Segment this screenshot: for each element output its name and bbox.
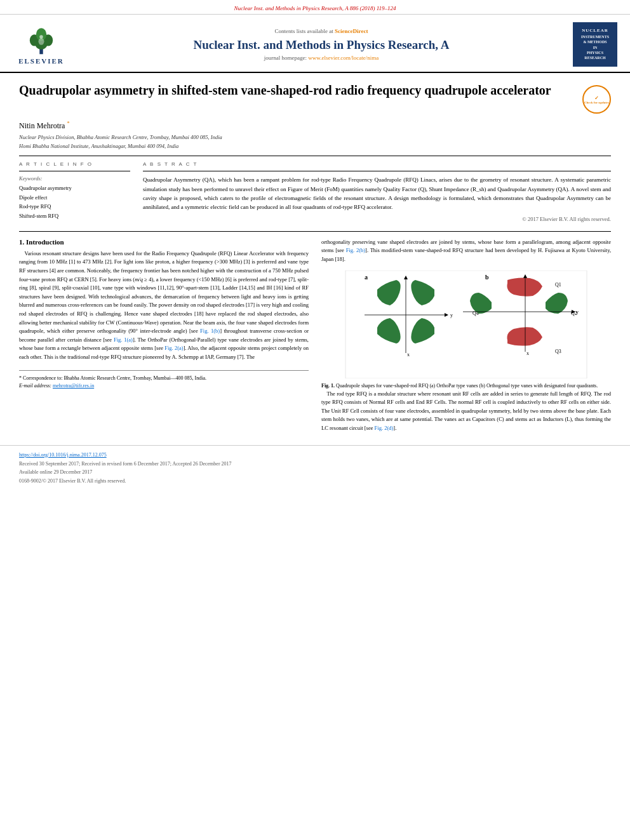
- right-para-1: orthogonality preserving vane shaped ele…: [321, 238, 611, 264]
- journal-citation: Nuclear Inst. and Methods in Physics Res…: [234, 5, 396, 11]
- svg-point-6: [38, 38, 44, 45]
- fig1b-link[interactable]: Fig. 1(b): [200, 328, 220, 334]
- elsevier-logo: ELSEVIER: [13, 24, 70, 65]
- keywords-list: Quadrupolar asymmetry Dipole effect Rod-…: [19, 183, 130, 220]
- svg-text:y: y: [450, 312, 453, 318]
- footnote-email-link[interactable]: mehrotra@tifr.res.in: [53, 383, 94, 389]
- doi-link[interactable]: https://doi.org/10.1016/j.nima.2017.12.0…: [19, 452, 611, 458]
- figure1-container: a: [321, 270, 611, 390]
- contents-line: Contents lists available at ScienceDirec…: [76, 28, 566, 34]
- info-divider: [19, 171, 130, 171]
- page: Nuclear Inst. and Methods in Physics Res…: [0, 0, 630, 840]
- intro-para-1: Various resonant structure designs have …: [19, 250, 309, 362]
- affiliation2: Homi Bhabha National Institute, Anushakt…: [19, 143, 178, 149]
- journal-top-bar: Nuclear Inst. and Methods in Physics Res…: [0, 0, 630, 15]
- body-text-right: orthogonality preserving vane shaped ele…: [321, 238, 611, 264]
- keyword-3: Rod-type RFQ: [19, 202, 130, 211]
- article-info-label: A R T I C L E I N F O: [19, 161, 130, 167]
- journal-title: Nuclear Inst. and Methods in Physics Res…: [76, 38, 566, 52]
- journal-homepage: journal homepage: www.elsevier.com/locat…: [76, 55, 566, 61]
- fig1a-link[interactable]: Fig. 1(a): [114, 337, 133, 343]
- author-name: Nitin Mehrotra *: [19, 120, 611, 131]
- info-abstract-section: A R T I C L E I N F O Keywords: Quadrupo…: [19, 156, 611, 222]
- footnote-section: * Correspondence to: Bhabha Atomic Resea…: [19, 370, 309, 390]
- badge-box: NUCLEAR INSTRUMENTS & METHODS IN PHYSICS…: [573, 22, 617, 67]
- abstract-text: Quadrupolar Asymmetry (QA), which has be…: [143, 175, 611, 212]
- svg-text:x: x: [526, 350, 529, 356]
- body-right: orthogonality preserving vane shaped ele…: [321, 238, 611, 436]
- figure1-caption-text: Quadrupole shapes for vane-shaped-rod RF…: [336, 383, 598, 389]
- figure1-caption: Fig. 1. Quadrupole shapes for vane-shape…: [321, 382, 611, 390]
- affiliation1: Nuclear Physics Division, Bhabha Atomic …: [19, 134, 222, 140]
- body-left: 1. Introduction Various resonant structu…: [19, 238, 309, 436]
- copyright-line: © 2017 Elsevier B.V. All rights reserved…: [143, 216, 611, 222]
- received-dates: Received 30 September 2017; Received in …: [19, 460, 611, 486]
- footnote-correspondence-text: Bhabha Atomic Research Centre, Trombay, …: [64, 375, 206, 381]
- svg-text:x: x: [407, 352, 410, 357]
- homepage-link[interactable]: www.elsevier.com/locate/nima: [308, 55, 379, 61]
- footnote-text: * Correspondence to: Bhabha Atomic Resea…: [19, 375, 309, 390]
- figure1-svg: a: [321, 270, 611, 378]
- body-text-left: Various resonant structure designs have …: [19, 250, 309, 362]
- right-para-2: The rod type RFQ is a modular structure …: [321, 390, 611, 433]
- svg-text:y: y: [576, 309, 579, 315]
- elsevier-tree-icon: [22, 24, 60, 56]
- figure1-label: Fig. 1.: [321, 383, 335, 389]
- check-updates-badge: ✓ Check for updates: [582, 85, 611, 114]
- keyword-1: Quadrupolar asymmetry: [19, 183, 130, 192]
- body-text-right-after-fig: The rod type RFQ is a modular structure …: [321, 390, 611, 433]
- abstract-divider: [143, 171, 611, 171]
- svg-text:b: b: [485, 274, 489, 281]
- svg-text:Q3: Q3: [555, 349, 561, 354]
- section1-heading: 1. Introduction: [19, 238, 309, 246]
- header-center: Contents lists available at ScienceDirec…: [76, 28, 566, 61]
- fig2d-link[interactable]: Fig. 2(d): [375, 425, 394, 431]
- elsevier-text: ELSEVIER: [18, 57, 64, 65]
- svg-text:Q1: Q1: [555, 282, 561, 288]
- article-title-section: Quadrupolar asymmetry in shifted-stem va…: [19, 82, 611, 114]
- svg-text:a: a: [365, 274, 368, 281]
- footnote-correspondence-label: Correspondence to:: [23, 375, 64, 381]
- abstract-paragraph: Quadrupolar Asymmetry (QA), which has be…: [143, 175, 611, 212]
- keyword-2: Dipole effect: [19, 193, 130, 202]
- fig2b-link[interactable]: Fig. 2(b): [346, 247, 365, 253]
- header-section: ELSEVIER Contents lists available at Sci…: [0, 15, 630, 73]
- main-content: Quadrupolar asymmetry in shifted-stem va…: [0, 73, 630, 445]
- footnote-email-label: E-mail address:: [19, 383, 53, 389]
- keyword-4: Shifted-stem RFQ: [19, 211, 130, 220]
- author-marker: *: [67, 120, 70, 126]
- article-info: A R T I C L E I N F O Keywords: Quadrupo…: [19, 161, 130, 222]
- section-divider: [19, 231, 611, 232]
- author-affiliation: Nuclear Physics Division, Bhabha Atomic …: [19, 133, 611, 150]
- sciencedirect-link[interactable]: ScienceDirect: [335, 28, 368, 34]
- keywords-label: Keywords:: [19, 175, 130, 182]
- abstract-section: A B S T R A C T Quadrupolar Asymmetry (Q…: [143, 161, 611, 222]
- abstract-label: A B S T R A C T: [143, 161, 611, 167]
- article-title: Quadrupolar asymmetry in shifted-stem va…: [19, 82, 576, 98]
- journal-badge: NUCLEAR INSTRUMENTS & METHODS IN PHYSICS…: [573, 22, 617, 67]
- body-columns: 1. Introduction Various resonant structu…: [19, 238, 611, 436]
- fig2a-link[interactable]: Fig. 2(a): [164, 345, 183, 351]
- check-updates-text: ✓ Check for updates: [584, 95, 609, 104]
- bottom-metadata: https://doi.org/10.1016/j.nima.2017.12.0…: [0, 445, 630, 492]
